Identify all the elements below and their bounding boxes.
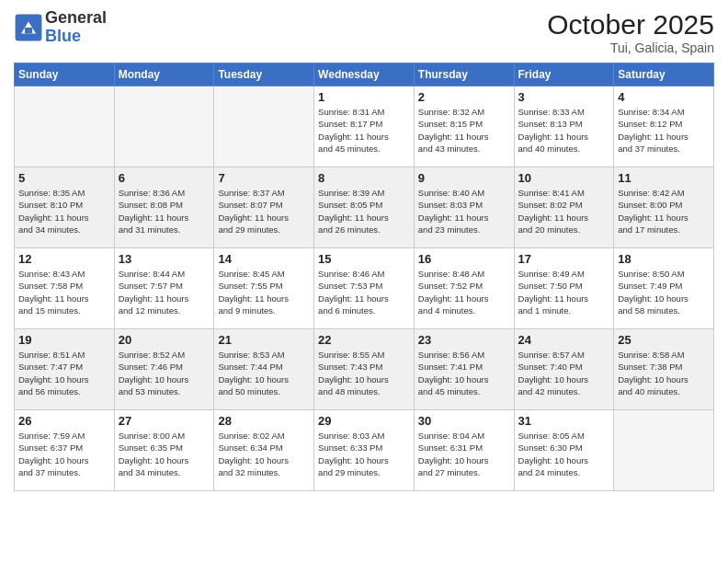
table-row: 29Sunrise: 8:03 AM Sunset: 6:33 PM Dayli… bbox=[314, 410, 415, 491]
day-info: Sunrise: 8:04 AM Sunset: 6:31 PM Dayligh… bbox=[418, 430, 510, 478]
header: General Blue October 2025 Tui, Galicia, … bbox=[14, 9, 714, 55]
table-row: 17Sunrise: 8:49 AM Sunset: 7:50 PM Dayli… bbox=[514, 248, 614, 329]
day-info: Sunrise: 8:43 AM Sunset: 7:58 PM Dayligh… bbox=[18, 268, 110, 316]
day-info: Sunrise: 8:44 AM Sunset: 7:57 PM Dayligh… bbox=[119, 268, 210, 316]
day-info: Sunrise: 8:57 AM Sunset: 7:40 PM Dayligh… bbox=[518, 349, 610, 397]
day-number: 17 bbox=[518, 252, 610, 266]
table-row: 24Sunrise: 8:57 AM Sunset: 7:40 PM Dayli… bbox=[514, 329, 614, 410]
day-info: Sunrise: 8:52 AM Sunset: 7:46 PM Dayligh… bbox=[119, 349, 210, 397]
col-tuesday: Tuesday bbox=[214, 63, 314, 86]
calendar-header-row: Sunday Monday Tuesday Wednesday Thursday… bbox=[15, 63, 714, 86]
day-number: 21 bbox=[218, 333, 310, 347]
col-thursday: Thursday bbox=[414, 63, 514, 86]
day-number: 3 bbox=[518, 90, 610, 104]
day-info: Sunrise: 8:49 AM Sunset: 7:50 PM Dayligh… bbox=[518, 268, 610, 316]
calendar-week-row: 26Sunrise: 7:59 AM Sunset: 6:37 PM Dayli… bbox=[15, 410, 714, 491]
svg-rect-2 bbox=[25, 28, 32, 33]
calendar-week-row: 1Sunrise: 8:31 AM Sunset: 8:17 PM Daylig… bbox=[15, 86, 714, 167]
day-info: Sunrise: 8:51 AM Sunset: 7:47 PM Dayligh… bbox=[18, 349, 110, 397]
day-info: Sunrise: 8:03 AM Sunset: 6:33 PM Dayligh… bbox=[318, 430, 410, 478]
page: General Blue October 2025 Tui, Galicia, … bbox=[0, 0, 728, 563]
day-number: 12 bbox=[18, 252, 110, 266]
day-number: 15 bbox=[318, 252, 410, 266]
month-year: October 2025 bbox=[547, 9, 714, 40]
day-info: Sunrise: 8:02 AM Sunset: 6:34 PM Dayligh… bbox=[218, 430, 310, 478]
day-info: Sunrise: 8:33 AM Sunset: 8:13 PM Dayligh… bbox=[518, 106, 610, 155]
day-info: Sunrise: 8:31 AM Sunset: 8:17 PM Dayligh… bbox=[318, 106, 410, 155]
day-info: Sunrise: 8:05 AM Sunset: 6:30 PM Dayligh… bbox=[518, 430, 610, 478]
table-row: 18Sunrise: 8:50 AM Sunset: 7:49 PM Dayli… bbox=[614, 248, 714, 329]
day-info: Sunrise: 8:42 AM Sunset: 8:00 PM Dayligh… bbox=[618, 187, 710, 236]
table-row: 10Sunrise: 8:41 AM Sunset: 8:02 PM Dayli… bbox=[514, 167, 614, 248]
day-info: Sunrise: 8:50 AM Sunset: 7:49 PM Dayligh… bbox=[618, 268, 710, 316]
day-info: Sunrise: 8:39 AM Sunset: 8:05 PM Dayligh… bbox=[318, 187, 410, 236]
col-friday: Friday bbox=[514, 63, 614, 86]
logo-text: General Blue bbox=[45, 9, 107, 46]
table-row: 3Sunrise: 8:33 AM Sunset: 8:13 PM Daylig… bbox=[514, 86, 614, 167]
day-info: Sunrise: 8:58 AM Sunset: 7:38 PM Dayligh… bbox=[618, 349, 710, 397]
location: Tui, Galicia, Spain bbox=[547, 40, 714, 55]
day-number: 31 bbox=[518, 414, 610, 428]
day-info: Sunrise: 8:40 AM Sunset: 8:03 PM Dayligh… bbox=[418, 187, 510, 236]
title-block: October 2025 Tui, Galicia, Spain bbox=[547, 9, 714, 55]
col-sunday: Sunday bbox=[15, 63, 115, 86]
day-number: 5 bbox=[18, 171, 110, 185]
day-number: 23 bbox=[418, 333, 510, 347]
table-row: 16Sunrise: 8:48 AM Sunset: 7:52 PM Dayli… bbox=[414, 248, 514, 329]
table-row: 26Sunrise: 7:59 AM Sunset: 6:37 PM Dayli… bbox=[15, 410, 115, 491]
day-info: Sunrise: 8:45 AM Sunset: 7:55 PM Dayligh… bbox=[218, 268, 310, 316]
table-row: 11Sunrise: 8:42 AM Sunset: 8:00 PM Dayli… bbox=[614, 167, 714, 248]
day-number: 8 bbox=[318, 171, 410, 185]
col-monday: Monday bbox=[114, 63, 214, 86]
day-number: 11 bbox=[618, 171, 710, 185]
table-row: 2Sunrise: 8:32 AM Sunset: 8:15 PM Daylig… bbox=[414, 86, 514, 167]
day-number: 24 bbox=[518, 333, 610, 347]
logo-general: General bbox=[45, 8, 107, 27]
calendar: Sunday Monday Tuesday Wednesday Thursday… bbox=[14, 63, 714, 491]
table-row bbox=[614, 410, 714, 491]
table-row: 1Sunrise: 8:31 AM Sunset: 8:17 PM Daylig… bbox=[314, 86, 415, 167]
day-info: Sunrise: 8:46 AM Sunset: 7:53 PM Dayligh… bbox=[318, 268, 410, 316]
table-row: 14Sunrise: 8:45 AM Sunset: 7:55 PM Dayli… bbox=[214, 248, 314, 329]
table-row: 7Sunrise: 8:37 AM Sunset: 8:07 PM Daylig… bbox=[214, 167, 314, 248]
logo-icon bbox=[14, 13, 43, 42]
table-row: 31Sunrise: 8:05 AM Sunset: 6:30 PM Dayli… bbox=[514, 410, 614, 491]
table-row: 5Sunrise: 8:35 AM Sunset: 8:10 PM Daylig… bbox=[15, 167, 115, 248]
day-number: 29 bbox=[318, 414, 410, 428]
col-saturday: Saturday bbox=[614, 63, 714, 86]
day-info: Sunrise: 8:32 AM Sunset: 8:15 PM Dayligh… bbox=[418, 106, 510, 155]
day-number: 18 bbox=[618, 252, 710, 266]
day-number: 25 bbox=[618, 333, 710, 347]
table-row: 4Sunrise: 8:34 AM Sunset: 8:12 PM Daylig… bbox=[614, 86, 714, 167]
logo-blue: Blue bbox=[45, 27, 81, 45]
day-info: Sunrise: 8:34 AM Sunset: 8:12 PM Dayligh… bbox=[618, 106, 710, 155]
day-info: Sunrise: 8:48 AM Sunset: 7:52 PM Dayligh… bbox=[418, 268, 510, 316]
table-row: 6Sunrise: 8:36 AM Sunset: 8:08 PM Daylig… bbox=[114, 167, 214, 248]
calendar-week-row: 5Sunrise: 8:35 AM Sunset: 8:10 PM Daylig… bbox=[15, 167, 714, 248]
table-row: 21Sunrise: 8:53 AM Sunset: 7:44 PM Dayli… bbox=[214, 329, 314, 410]
table-row: 25Sunrise: 8:58 AM Sunset: 7:38 PM Dayli… bbox=[614, 329, 714, 410]
day-info: Sunrise: 8:55 AM Sunset: 7:43 PM Dayligh… bbox=[318, 349, 410, 397]
day-number: 9 bbox=[418, 171, 510, 185]
day-number: 4 bbox=[618, 90, 710, 104]
col-wednesday: Wednesday bbox=[314, 63, 415, 86]
day-info: Sunrise: 8:53 AM Sunset: 7:44 PM Dayligh… bbox=[218, 349, 310, 397]
table-row: 9Sunrise: 8:40 AM Sunset: 8:03 PM Daylig… bbox=[414, 167, 514, 248]
day-number: 22 bbox=[318, 333, 410, 347]
day-info: Sunrise: 8:41 AM Sunset: 8:02 PM Dayligh… bbox=[518, 187, 610, 236]
day-info: Sunrise: 8:00 AM Sunset: 6:35 PM Dayligh… bbox=[119, 430, 210, 478]
day-number: 16 bbox=[418, 252, 510, 266]
table-row: 20Sunrise: 8:52 AM Sunset: 7:46 PM Dayli… bbox=[114, 329, 214, 410]
table-row bbox=[15, 86, 115, 167]
logo: General Blue bbox=[14, 9, 107, 46]
table-row: 23Sunrise: 8:56 AM Sunset: 7:41 PM Dayli… bbox=[414, 329, 514, 410]
day-info: Sunrise: 8:37 AM Sunset: 8:07 PM Dayligh… bbox=[218, 187, 310, 236]
day-info: Sunrise: 7:59 AM Sunset: 6:37 PM Dayligh… bbox=[18, 430, 110, 478]
day-number: 28 bbox=[218, 414, 310, 428]
table-row: 27Sunrise: 8:00 AM Sunset: 6:35 PM Dayli… bbox=[114, 410, 214, 491]
day-info: Sunrise: 8:36 AM Sunset: 8:08 PM Dayligh… bbox=[119, 187, 210, 236]
day-number: 30 bbox=[418, 414, 510, 428]
day-number: 19 bbox=[18, 333, 110, 347]
day-number: 10 bbox=[518, 171, 610, 185]
table-row: 28Sunrise: 8:02 AM Sunset: 6:34 PM Dayli… bbox=[214, 410, 314, 491]
